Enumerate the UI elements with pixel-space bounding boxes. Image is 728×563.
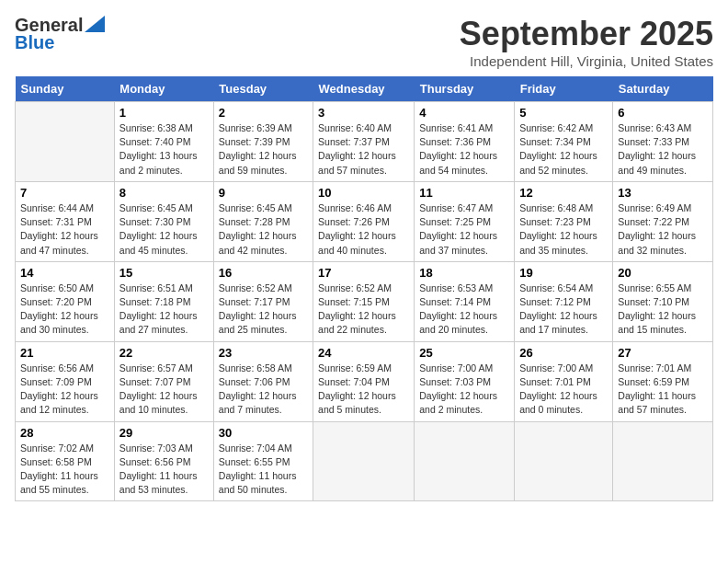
day-info: Sunrise: 6:50 AMSunset: 7:20 PMDaylight:… (20, 282, 109, 338)
table-row (613, 421, 713, 501)
day-info: Sunrise: 7:00 AMSunset: 7:03 PMDaylight:… (419, 362, 509, 418)
day-number: 29 (119, 426, 209, 440)
day-info: Sunrise: 6:42 AMSunset: 7:34 PMDaylight:… (519, 121, 608, 178)
table-row: 13Sunrise: 6:49 AMSunset: 7:22 PMDayligh… (613, 181, 713, 261)
day-info: Sunrise: 6:39 AMSunset: 7:39 PMDaylight:… (219, 121, 308, 178)
day-number: 28 (20, 426, 109, 440)
location-subtitle: Independent Hill, Virginia, United State… (460, 53, 713, 69)
day-number: 26 (519, 346, 608, 360)
col-friday: Friday (515, 76, 613, 102)
calendar-table: Sunday Monday Tuesday Wednesday Thursday… (15, 76, 713, 501)
day-info: Sunrise: 7:01 AMSunset: 6:59 PMDaylight:… (618, 362, 708, 418)
day-number: 1 (119, 106, 209, 120)
day-info: Sunrise: 6:45 AMSunset: 7:28 PMDaylight:… (219, 201, 308, 258)
day-number: 18 (419, 266, 509, 280)
month-title: September 2025 (460, 15, 713, 53)
day-info: Sunrise: 6:44 AMSunset: 7:31 PMDaylight:… (20, 201, 109, 258)
day-number: 12 (519, 186, 608, 200)
page-header: General Blue September 2025 Independent … (15, 15, 713, 69)
table-row (16, 102, 115, 182)
calendar-week-row: 14Sunrise: 6:50 AMSunset: 7:20 PMDayligh… (16, 261, 713, 341)
day-info: Sunrise: 6:43 AMSunset: 7:33 PMDaylight:… (618, 121, 708, 178)
day-number: 5 (519, 106, 608, 120)
logo-icon (85, 16, 105, 32)
day-info: Sunrise: 6:52 AMSunset: 7:17 PMDaylight:… (219, 282, 308, 338)
day-number: 3 (318, 106, 409, 120)
table-row: 5Sunrise: 6:42 AMSunset: 7:34 PMDaylight… (515, 102, 613, 182)
col-tuesday: Tuesday (213, 76, 313, 102)
table-row: 26Sunrise: 7:00 AMSunset: 7:01 PMDayligh… (515, 341, 613, 421)
svg-marker-0 (85, 16, 105, 32)
col-monday: Monday (114, 76, 213, 102)
table-row: 24Sunrise: 6:59 AMSunset: 7:04 PMDayligh… (313, 341, 415, 421)
day-number: 17 (318, 266, 409, 280)
logo-blue-text: Blue (15, 32, 54, 53)
day-info: Sunrise: 7:02 AMSunset: 6:58 PMDaylight:… (20, 442, 109, 498)
table-row: 18Sunrise: 6:53 AMSunset: 7:14 PMDayligh… (415, 261, 515, 341)
calendar-week-row: 1Sunrise: 6:38 AMSunset: 7:40 PMDaylight… (16, 102, 713, 182)
day-info: Sunrise: 6:45 AMSunset: 7:30 PMDaylight:… (119, 201, 209, 258)
day-info: Sunrise: 6:40 AMSunset: 7:37 PMDaylight:… (318, 121, 409, 178)
calendar-week-row: 7Sunrise: 6:44 AMSunset: 7:31 PMDaylight… (16, 181, 713, 261)
table-row: 12Sunrise: 6:48 AMSunset: 7:23 PMDayligh… (515, 181, 613, 261)
day-number: 2 (219, 106, 308, 120)
day-number: 16 (219, 266, 308, 280)
day-info: Sunrise: 6:38 AMSunset: 7:40 PMDaylight:… (119, 121, 209, 178)
day-number: 20 (618, 266, 708, 280)
table-row: 3Sunrise: 6:40 AMSunset: 7:37 PMDaylight… (313, 102, 415, 182)
table-row: 30Sunrise: 7:04 AMSunset: 6:55 PMDayligh… (213, 421, 313, 501)
table-row: 27Sunrise: 7:01 AMSunset: 6:59 PMDayligh… (613, 341, 713, 421)
col-sunday: Sunday (16, 76, 115, 102)
table-row: 16Sunrise: 6:52 AMSunset: 7:17 PMDayligh… (213, 261, 313, 341)
day-number: 25 (419, 346, 509, 360)
day-number: 21 (20, 346, 109, 360)
table-row: 15Sunrise: 6:51 AMSunset: 7:18 PMDayligh… (114, 261, 213, 341)
day-number: 6 (618, 106, 708, 120)
logo: General Blue (15, 15, 105, 53)
day-info: Sunrise: 6:46 AMSunset: 7:26 PMDaylight:… (318, 201, 409, 258)
day-number: 4 (419, 106, 509, 120)
table-row: 7Sunrise: 6:44 AMSunset: 7:31 PMDaylight… (16, 181, 115, 261)
col-saturday: Saturday (613, 76, 713, 102)
day-number: 15 (119, 266, 209, 280)
day-info: Sunrise: 7:03 AMSunset: 6:56 PMDaylight:… (119, 442, 209, 498)
day-number: 30 (219, 426, 308, 440)
calendar-header-row: Sunday Monday Tuesday Wednesday Thursday… (16, 76, 713, 102)
title-area: September 2025 Independent Hill, Virgini… (460, 15, 713, 69)
day-number: 8 (119, 186, 209, 200)
day-number: 23 (219, 346, 308, 360)
table-row: 23Sunrise: 6:58 AMSunset: 7:06 PMDayligh… (213, 341, 313, 421)
day-info: Sunrise: 6:52 AMSunset: 7:15 PMDaylight:… (318, 282, 409, 338)
day-info: Sunrise: 6:57 AMSunset: 7:07 PMDaylight:… (119, 362, 209, 418)
table-row: 14Sunrise: 6:50 AMSunset: 7:20 PMDayligh… (16, 261, 115, 341)
table-row: 20Sunrise: 6:55 AMSunset: 7:10 PMDayligh… (613, 261, 713, 341)
table-row: 11Sunrise: 6:47 AMSunset: 7:25 PMDayligh… (415, 181, 515, 261)
day-info: Sunrise: 6:48 AMSunset: 7:23 PMDaylight:… (519, 201, 608, 258)
day-number: 14 (20, 266, 109, 280)
calendar-week-row: 28Sunrise: 7:02 AMSunset: 6:58 PMDayligh… (16, 421, 713, 501)
day-info: Sunrise: 6:54 AMSunset: 7:12 PMDaylight:… (519, 282, 608, 338)
day-info: Sunrise: 6:55 AMSunset: 7:10 PMDaylight:… (618, 282, 708, 338)
day-number: 9 (219, 186, 308, 200)
table-row (313, 421, 415, 501)
day-number: 24 (318, 346, 409, 360)
day-info: Sunrise: 6:59 AMSunset: 7:04 PMDaylight:… (318, 362, 409, 418)
table-row: 28Sunrise: 7:02 AMSunset: 6:58 PMDayligh… (16, 421, 115, 501)
day-number: 7 (20, 186, 109, 200)
table-row: 22Sunrise: 6:57 AMSunset: 7:07 PMDayligh… (114, 341, 213, 421)
day-number: 10 (318, 186, 409, 200)
table-row: 17Sunrise: 6:52 AMSunset: 7:15 PMDayligh… (313, 261, 415, 341)
table-row: 25Sunrise: 7:00 AMSunset: 7:03 PMDayligh… (415, 341, 515, 421)
day-number: 13 (618, 186, 708, 200)
table-row: 1Sunrise: 6:38 AMSunset: 7:40 PMDaylight… (114, 102, 213, 182)
day-info: Sunrise: 7:00 AMSunset: 7:01 PMDaylight:… (519, 362, 608, 418)
table-row: 4Sunrise: 6:41 AMSunset: 7:36 PMDaylight… (415, 102, 515, 182)
day-info: Sunrise: 6:47 AMSunset: 7:25 PMDaylight:… (419, 201, 509, 258)
table-row: 8Sunrise: 6:45 AMSunset: 7:30 PMDaylight… (114, 181, 213, 261)
table-row (515, 421, 613, 501)
day-info: Sunrise: 6:56 AMSunset: 7:09 PMDaylight:… (20, 362, 109, 418)
col-thursday: Thursday (415, 76, 515, 102)
day-info: Sunrise: 7:04 AMSunset: 6:55 PMDaylight:… (219, 442, 308, 498)
day-number: 27 (618, 346, 708, 360)
day-info: Sunrise: 6:58 AMSunset: 7:06 PMDaylight:… (219, 362, 308, 418)
